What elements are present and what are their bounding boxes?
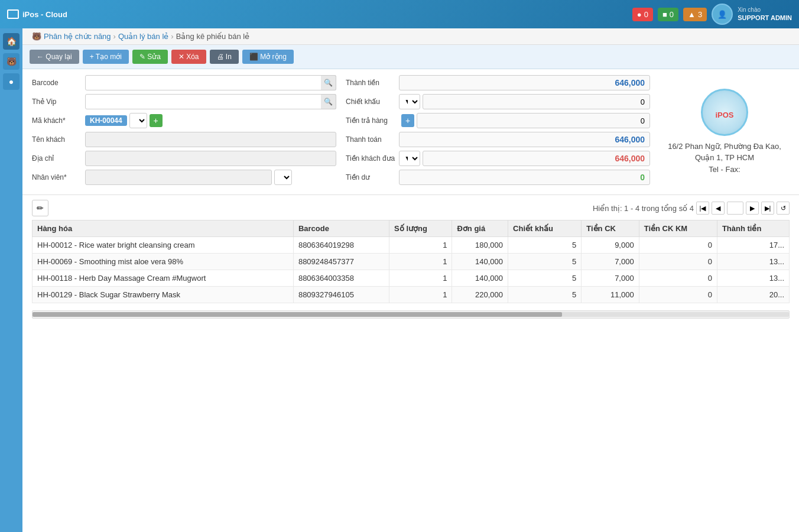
user-name: SUPPORT ADMIN bbox=[738, 14, 792, 22]
tien-khach-dua-row: Tiền khách đưa ▼ 646,000 bbox=[346, 151, 650, 166]
horizontal-scrollbar[interactable] bbox=[32, 310, 790, 319]
breadcrumb-part2[interactable]: Quản lý bán lẻ bbox=[118, 32, 168, 41]
scroll-track bbox=[33, 312, 789, 317]
cell-chiet-khau: 5 bbox=[508, 237, 582, 254]
table-row: HH-00129 - Black Sugar Strawberry Mask 8… bbox=[33, 287, 790, 303]
expand-button[interactable]: ⬛ Mở rộng bbox=[242, 50, 294, 64]
nhan-vien-input[interactable]: pnb Hương bbox=[85, 170, 272, 185]
page-number-input[interactable]: 1 bbox=[727, 202, 743, 215]
chiet-khau-value: 0 bbox=[641, 98, 645, 106]
page-prev-btn[interactable]: ◀ bbox=[712, 202, 725, 215]
table-edit-btn[interactable]: ✏ bbox=[32, 200, 48, 216]
breadcrumb-part1[interactable]: Phân hệ chức năng bbox=[44, 32, 111, 41]
table-row: HH-00069 - Smoothing mist aloe vera 98% … bbox=[33, 254, 790, 270]
store-address: 16/2 Phan Ngữ, Phường Đa Kao, Quận 1, TP… bbox=[660, 141, 790, 164]
ten-khach-input[interactable]: Thu Nga bbox=[85, 132, 336, 147]
barcode-input[interactable] bbox=[85, 75, 336, 90]
tien-tra-hang-value: 0 bbox=[641, 116, 645, 125]
app-title: iPos - Cloud bbox=[22, 10, 67, 19]
barcode-search-btn[interactable]: 🔍 bbox=[321, 75, 336, 90]
notification-btn[interactable]: ● 0 bbox=[632, 8, 653, 21]
cell-tien-ck: 7,000 bbox=[582, 254, 639, 270]
cell-barcode: 8806364019298 bbox=[293, 237, 389, 254]
cell-chiet-khau: 5 bbox=[508, 287, 582, 303]
top-bar-right: ● 0 ■ 0 ▲ 3 👤 Xin chào SUPPORT ADMIN bbox=[632, 4, 792, 25]
cell-chiet-khau: 5 bbox=[508, 270, 582, 287]
chiet-khau-select[interactable]: ▼ bbox=[399, 94, 420, 109]
the-vip-search-btn[interactable]: 🔍 bbox=[321, 94, 336, 109]
breadcrumb: 🐻 Phân hệ chức năng › Quản lý bán lẻ › B… bbox=[22, 28, 799, 45]
print-button[interactable]: 🖨 In bbox=[210, 50, 239, 64]
logo-circle: iPOS bbox=[701, 89, 748, 136]
page-first-btn[interactable]: |◀ bbox=[696, 202, 709, 215]
page-next-btn[interactable]: ▶ bbox=[746, 202, 759, 215]
chiet-khau-label: Chiết khấu bbox=[346, 98, 399, 106]
page-refresh-btn[interactable]: ↺ bbox=[777, 202, 790, 215]
col-thanh-tien: Thành tiền bbox=[717, 220, 789, 237]
page-last-btn[interactable]: ▶| bbox=[761, 202, 774, 215]
col-barcode: Barcode bbox=[293, 220, 389, 237]
cell-so-luong: 1 bbox=[389, 287, 452, 303]
form-left: Barcode 🔍 Thẻ Vip 🔍 Mã khách* KH-00044 bbox=[32, 75, 336, 189]
cell-barcode: 8806364003358 bbox=[293, 270, 389, 287]
col-tien-ck: Tiền CK bbox=[582, 220, 639, 237]
nhan-vien-row: Nhân viên* pnb Hương ▼ bbox=[32, 170, 336, 185]
table-row: HH-00012 - Rice water bright cleansing c… bbox=[33, 237, 790, 254]
store-logo-area: iPOS 16/2 Phan Ngữ, Phường Đa Kao, Quận … bbox=[660, 75, 790, 189]
sidebar-home[interactable]: 🏠 bbox=[3, 33, 20, 50]
dia-chi-input[interactable]: Hà Nội bbox=[85, 151, 336, 166]
thanh-toan-value: 646,000 bbox=[615, 135, 645, 144]
the-vip-row: Thẻ Vip 🔍 bbox=[32, 94, 336, 109]
sidebar-menu2[interactable]: ● bbox=[3, 73, 20, 90]
app-logo: iPos - Cloud bbox=[7, 9, 632, 19]
ma-khach-add-btn[interactable]: + bbox=[150, 114, 163, 127]
ma-khach-row: Mã khách* KH-00044 ▼ + bbox=[32, 113, 336, 128]
dia-chi-row: Địa chỉ Hà Nội bbox=[32, 151, 336, 166]
tien-tra-hang-row: Tiền trả hàng + 0 bbox=[346, 113, 650, 128]
cell-tien-ck: 11,000 bbox=[582, 287, 639, 303]
delete-button[interactable]: ✕ Xóa bbox=[171, 50, 206, 64]
tien-tra-hang-value-box: 0 bbox=[417, 113, 650, 128]
scroll-thumb[interactable] bbox=[33, 312, 562, 317]
the-vip-input[interactable] bbox=[85, 94, 336, 109]
store-contact: Tel - Fax: bbox=[660, 164, 790, 176]
grid-btn[interactable]: ■ 0 bbox=[658, 8, 678, 21]
table-header-row: Hàng hóa Barcode Số lượng Đơn giá Chiết … bbox=[33, 220, 790, 237]
table-toolbar-left: ✏ bbox=[32, 200, 48, 216]
thanh-toan-label: Thanh toán bbox=[346, 135, 399, 144]
cell-hang-hoa: HH-00012 - Rice water bright cleansing c… bbox=[33, 237, 294, 254]
breadcrumb-sep1: › bbox=[113, 32, 116, 41]
cell-tien-ck-km: 0 bbox=[639, 254, 717, 270]
cell-hang-hoa: HH-00129 - Black Sugar Strawberry Mask bbox=[33, 287, 294, 303]
flag-btn[interactable]: ▲ 3 bbox=[683, 8, 707, 21]
user-info: Xin chào SUPPORT ADMIN bbox=[738, 6, 792, 22]
ten-khach-row: Tên khách Thu Nga bbox=[32, 132, 336, 147]
avatar[interactable]: 👤 bbox=[712, 4, 733, 25]
cell-don-gia: 140,000 bbox=[452, 270, 508, 287]
nhan-vien-select[interactable]: ▼ bbox=[274, 170, 292, 185]
sidebar-menu1[interactable]: 🐻 bbox=[3, 53, 20, 70]
tien-tra-hang-add-btn[interactable]: + bbox=[401, 114, 414, 127]
back-button[interactable]: ← Quay lại bbox=[30, 50, 79, 64]
user-greeting: Xin chào bbox=[738, 6, 792, 14]
col-hang-hoa: Hàng hóa bbox=[33, 220, 294, 237]
col-don-gia: Đơn giá bbox=[452, 220, 508, 237]
tien-khach-dua-value-box: 646,000 bbox=[423, 151, 650, 166]
table-row: HH-00118 - Herb Day Massage Cream #Mugwo… bbox=[33, 270, 790, 287]
flag-count: 3 bbox=[698, 10, 702, 19]
edit-button[interactable]: ✎ Sửa bbox=[132, 50, 168, 64]
tien-khach-dua-select[interactable]: ▼ bbox=[399, 151, 420, 166]
breadcrumb-part3: Bảng kê phiếu bán lẻ bbox=[176, 32, 249, 41]
form-middle: Thành tiền 646,000 Chiết khấu ▼ 0 Tiền t… bbox=[346, 75, 650, 189]
cell-thanh-tien: 13... bbox=[717, 270, 789, 287]
thanh-toan-row: Thanh toán 646,000 bbox=[346, 132, 650, 147]
cell-don-gia: 140,000 bbox=[452, 254, 508, 270]
ma-khach-select[interactable]: ▼ bbox=[129, 113, 147, 128]
ma-khach-badge: KH-00044 bbox=[85, 115, 127, 126]
cell-so-luong: 1 bbox=[389, 270, 452, 287]
cell-tien-ck: 9,000 bbox=[582, 237, 639, 254]
the-vip-label: Thẻ Vip bbox=[32, 98, 85, 106]
grid-icon: ■ bbox=[662, 10, 667, 19]
new-button[interactable]: + Tạo mới bbox=[83, 50, 129, 64]
tien-du-value: 0 bbox=[640, 173, 645, 182]
